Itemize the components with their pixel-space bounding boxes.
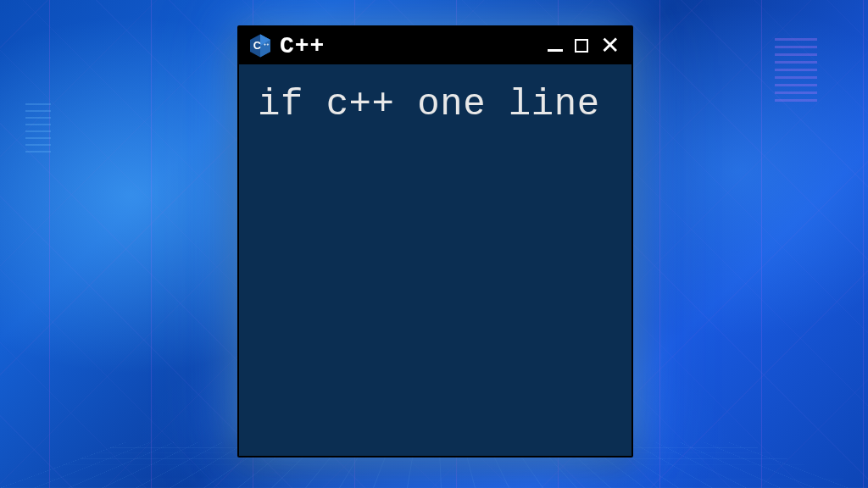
svg-text:+: +	[264, 42, 266, 47]
terminal-window: C + + C++ ✕ if c++ one line	[237, 25, 633, 458]
maximize-button[interactable]	[575, 39, 588, 53]
window-title: C++	[280, 33, 541, 59]
accent-lines-left	[25, 102, 51, 152]
minimize-button[interactable]	[548, 41, 563, 52]
maximize-icon	[575, 39, 588, 53]
accent-lines-right	[775, 34, 817, 102]
svg-text:C: C	[253, 40, 261, 52]
close-icon: ✕	[600, 34, 620, 58]
window-controls: ✕	[548, 34, 623, 58]
cpp-icon: C + +	[248, 33, 273, 58]
svg-text:+: +	[267, 42, 270, 47]
terminal-content[interactable]: if c++ one line	[239, 64, 632, 145]
minimize-icon	[548, 49, 563, 52]
titlebar[interactable]: C + + C++ ✕	[239, 27, 632, 64]
close-button[interactable]: ✕	[600, 34, 620, 58]
